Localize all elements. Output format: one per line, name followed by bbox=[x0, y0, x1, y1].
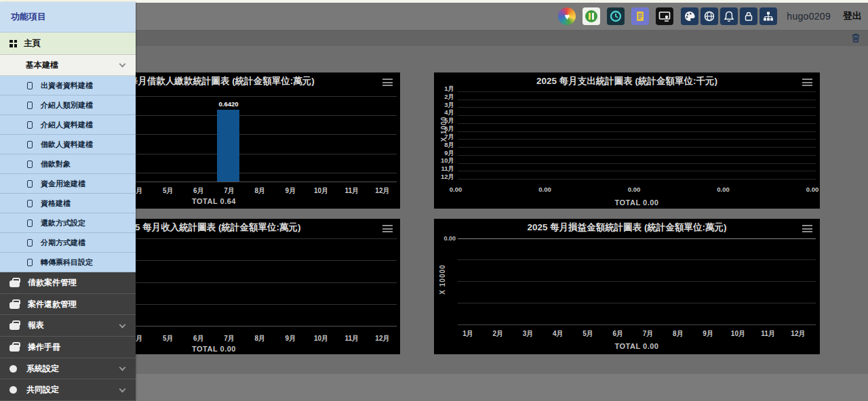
logout-button[interactable]: 登出 bbox=[843, 10, 862, 22]
briefcase-icon bbox=[9, 345, 20, 352]
sidebar-item-qualification[interactable]: 資格建檔 bbox=[0, 194, 136, 213]
grid-icon bbox=[9, 40, 17, 47]
sidebar-item-label: 還款方式設定 bbox=[41, 218, 85, 228]
sidebar-item-label: 主頁 bbox=[24, 38, 41, 49]
doc-icon bbox=[27, 200, 33, 207]
topbar-right-group: ♥ hugo0209 登出 bbox=[551, 7, 865, 25]
trash-icon[interactable] bbox=[850, 32, 862, 44]
sidebar-item-label: 資格建檔 bbox=[41, 198, 71, 209]
sidebar-item-voucher-subject[interactable]: 轉傳票科目設定 bbox=[0, 253, 136, 272]
sidebar-item-label: 操作手冊 bbox=[28, 341, 60, 353]
chart-panel-profit-loss: 2025 每月損益金額統計圖表 (統計金額單位:萬元) 0.00 X 10000… bbox=[434, 219, 820, 354]
chart-menu-icon[interactable] bbox=[802, 79, 812, 86]
sidebar: 功能項目 主頁 基本建檔 出資者資料建檔 介紹人類別建檔 介紹人資料建檔 借款人… bbox=[0, 2, 136, 401]
chart-panel-expense: 2025 每月支出統計圖表 (統計金額單位:千元) 1月2月3月4月5月6月7月… bbox=[434, 72, 820, 209]
sidebar-title: 功能項目 bbox=[0, 2, 136, 33]
chart-menu-icon[interactable] bbox=[382, 225, 393, 232]
sidebar-item-label: 借款對象 bbox=[41, 159, 71, 169]
doc-icon bbox=[27, 219, 33, 227]
sidebar-item-label: 介紹人資料建檔 bbox=[41, 120, 93, 130]
chevron-down-icon bbox=[119, 61, 126, 68]
doc-icon bbox=[27, 259, 33, 266]
chevron-down-icon bbox=[119, 321, 126, 328]
sidebar-item-label: 借款人資料建檔 bbox=[41, 140, 93, 150]
chart-total-label: TOTAL 0.00 bbox=[458, 198, 816, 207]
sidebar-item-repayment-method[interactable]: 還款方式設定 bbox=[0, 213, 136, 233]
sidebar-item-label: 借款案件管理 bbox=[28, 277, 77, 289]
lock-icon[interactable] bbox=[740, 7, 757, 25]
sidebar-item-investor-data[interactable]: 出資者資料建檔 bbox=[0, 76, 136, 96]
doc-icon bbox=[27, 102, 33, 109]
chart-title: 2025 每月損益金額統計圖表 (統計金額單位:萬元) bbox=[434, 221, 820, 234]
doc-icon bbox=[27, 82, 33, 89]
sidebar-item-reports[interactable]: 報表 bbox=[0, 315, 136, 337]
sidebar-item-fund-usage[interactable]: 資金用途建檔 bbox=[0, 174, 136, 194]
sidebar-group-label: 基本建檔 bbox=[26, 60, 58, 71]
sidebar-item-label: 資金用途建檔 bbox=[41, 179, 85, 189]
briefcase-icon bbox=[9, 302, 20, 309]
bar-july bbox=[217, 110, 239, 182]
sidebar-item-loan-case-mgmt[interactable]: 借款案件管理 bbox=[0, 272, 136, 294]
doc-icon bbox=[27, 180, 33, 188]
briefcase-icon bbox=[9, 323, 20, 330]
sidebar-item-label: 轉傳票科目設定 bbox=[41, 257, 93, 268]
doc-icon bbox=[27, 239, 33, 247]
doc-icon bbox=[27, 161, 33, 168]
x-axis-labels: 1月2月3月4月5月6月7月8月9月10月11月12月 bbox=[454, 329, 812, 339]
briefcase-icon bbox=[9, 280, 20, 287]
sidebar-item-common-settings[interactable]: 共同設定 bbox=[0, 379, 136, 401]
chart-title: 2025 每月支出統計圖表 (統計金額單位:千元) bbox=[434, 75, 820, 87]
username-label[interactable]: hugo0209 bbox=[787, 11, 831, 22]
chevron-down-icon bbox=[119, 385, 126, 392]
palette-icon[interactable] bbox=[681, 7, 698, 25]
sidebar-item-label: 報表 bbox=[28, 320, 44, 331]
chart-total-label: TOTAL 0.00 bbox=[458, 342, 816, 350]
y-axis-multiplier-label: X 1000 bbox=[440, 109, 448, 150]
y-axis-multiplier-label: X 10000 bbox=[439, 259, 446, 300]
bar-value-label: 0.6420 bbox=[203, 100, 254, 108]
sidebar-item-installment-method[interactable]: 分期方式建檔 bbox=[0, 233, 136, 253]
scroll-icon[interactable] bbox=[631, 7, 649, 25]
y-axis-zero-label: 0.00 bbox=[434, 235, 456, 242]
sidebar-item-system-settings[interactable]: 系統設定 bbox=[0, 358, 136, 380]
green-finance-icon[interactable] bbox=[583, 7, 600, 25]
sidebar-group-basic-files[interactable]: 基本建檔 bbox=[0, 55, 136, 76]
chevron-down-icon bbox=[119, 364, 126, 371]
sidebar-item-label: 系統設定 bbox=[26, 363, 59, 375]
sidebar-item-case-repayment-mgmt[interactable]: 案件還款管理 bbox=[0, 294, 136, 316]
globe-icon[interactable] bbox=[701, 7, 718, 25]
chart-menu-icon[interactable] bbox=[382, 79, 393, 86]
colorful-logo-icon[interactable]: ♥ bbox=[558, 7, 576, 25]
clock-icon[interactable] bbox=[607, 7, 625, 25]
sidebar-item-home[interactable]: 主頁 bbox=[0, 33, 136, 55]
sidebar-item-referrer-category[interactable]: 介紹人類別建檔 bbox=[0, 96, 136, 115]
doc-icon bbox=[27, 121, 33, 129]
sidebar-item-label: 共同設定 bbox=[26, 384, 59, 396]
sidebar-item-loan-target[interactable]: 借款對象 bbox=[0, 154, 136, 174]
sitemap-icon[interactable] bbox=[760, 7, 777, 25]
sidebar-item-label: 分期方式建檔 bbox=[41, 238, 85, 248]
bell-icon[interactable] bbox=[720, 7, 738, 25]
circle-icon bbox=[9, 386, 17, 394]
x-axis-tick-labels: 0.000.000.000.000.00 bbox=[442, 186, 826, 193]
projector-icon[interactable] bbox=[656, 7, 673, 25]
sidebar-item-borrower-data[interactable]: 借款人資料建檔 bbox=[0, 135, 136, 154]
circle-icon bbox=[9, 365, 17, 373]
sidebar-item-label: 出資者資料建檔 bbox=[41, 81, 93, 91]
doc-icon bbox=[27, 141, 33, 148]
chart-menu-icon[interactable] bbox=[802, 225, 812, 232]
sidebar-item-label: 案件還款管理 bbox=[28, 299, 77, 310]
sidebar-item-referrer-data[interactable]: 介紹人資料建檔 bbox=[0, 115, 136, 135]
sidebar-item-label: 介紹人類別建檔 bbox=[41, 100, 93, 110]
sidebar-item-manual[interactable]: 操作手冊 bbox=[0, 337, 136, 358]
sidebar-dark-section: 借款案件管理 案件還款管理 報表 操作手冊 系統設定 共同設定 bbox=[0, 272, 136, 401]
